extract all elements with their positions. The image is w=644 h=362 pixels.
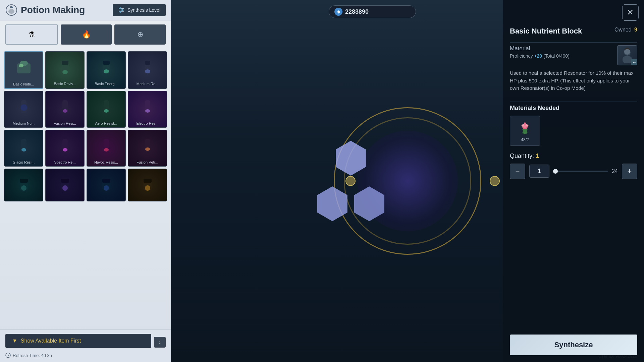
- svg-point-46: [104, 185, 109, 191]
- item-purple-1[interactable]: [45, 169, 85, 201]
- svg-point-40: [21, 185, 26, 191]
- quantity-increase-button[interactable]: +: [622, 164, 637, 179]
- refresh-time-label: Refresh Time: 4d 3h: [13, 353, 52, 358]
- svg-rect-39: [20, 179, 28, 183]
- nav-dot-left[interactable]: [345, 176, 356, 186]
- item-electro-res[interactable]: Electro Res...: [128, 91, 167, 128]
- item-glacio-resi-img: [9, 132, 39, 159]
- item-teal-1[interactable]: [4, 169, 43, 201]
- title-area: Potion Making: [5, 4, 85, 16]
- item-basic-revive-img: [50, 54, 80, 80]
- proficiency-total: (Total 0/400): [543, 53, 570, 59]
- item-medium-nu-img: [9, 93, 39, 120]
- clock-icon: [5, 353, 11, 358]
- item-basic-energy-img: [91, 54, 121, 80]
- item-fusion-petr[interactable]: Fusion Petr...: [128, 130, 167, 167]
- tab-flame[interactable]: 🔥: [61, 24, 112, 45]
- svg-rect-45: [102, 179, 110, 183]
- svg-point-23: [20, 104, 27, 111]
- char-arrow: ↩: [631, 59, 637, 65]
- svg-line-52: [8, 355, 9, 356]
- quantity-label-text: Quantity:: [510, 153, 534, 159]
- item-blue-1-img: [91, 171, 121, 198]
- proficiency-prefix: Proficiency: [510, 53, 533, 59]
- svg-point-9: [119, 11, 121, 13]
- item-glacio-resi[interactable]: Glacio Resi...: [4, 130, 43, 167]
- header: Potion Making Synthesis Level: [0, 0, 171, 20]
- quantity-slider[interactable]: [553, 171, 608, 172]
- owned-label: Owned: [614, 27, 632, 33]
- synthesis-level-button[interactable]: Synthesis Level: [113, 4, 166, 16]
- quantity-slider-thumb: [553, 169, 558, 174]
- svg-point-1: [8, 9, 14, 14]
- svg-point-25: [63, 109, 67, 113]
- synthesize-button[interactable]: Synthesize: [510, 335, 637, 355]
- material-section: Material Proficiency +20 (Total 0/400) ↩: [510, 45, 637, 65]
- char-portrait: ↩: [617, 45, 637, 65]
- item-blue-1[interactable]: [87, 169, 126, 201]
- nav-dot-right[interactable]: [490, 176, 500, 186]
- quantity-decrease-button[interactable]: −: [510, 164, 525, 179]
- chevron-down-icon: ▼: [12, 338, 17, 344]
- item-medium-re-label: Medium Re...: [130, 82, 165, 86]
- currency-bar: ◈ 2283890: [329, 5, 416, 18]
- material-item-1: 48/2: [510, 116, 540, 146]
- hex-bottom-left: [317, 186, 347, 221]
- item-basic-energy-label: Basic Energ...: [89, 82, 123, 86]
- item-havoc-resis[interactable]: Havoc Resis...: [87, 130, 126, 167]
- item-basic-revive[interactable]: Basic Reviv...: [45, 51, 85, 89]
- quantity-label: Quantity: 1: [510, 153, 637, 160]
- potion-icon: [5, 4, 17, 16]
- item-gold-1-img: [132, 171, 163, 198]
- svg-point-35: [104, 148, 109, 152]
- show-available-label: Show Available Item First: [21, 338, 81, 344]
- item-aero-resist[interactable]: Aero Resist...: [87, 91, 126, 128]
- item-basic-nutri[interactable]: Basic Nutri...: [4, 51, 43, 89]
- close-button[interactable]: ✕: [622, 4, 639, 21]
- detail-item-name: Basic Nutrient Block: [510, 27, 582, 36]
- svg-point-29: [145, 109, 150, 113]
- item-glacio-resi-label: Glacio Resi...: [6, 160, 41, 164]
- tab-target[interactable]: ⊕: [114, 24, 166, 45]
- item-medium-re[interactable]: Medium Re...: [128, 51, 167, 89]
- quantity-max: 24: [612, 168, 618, 174]
- tab-potion[interactable]: ⚗: [5, 24, 58, 45]
- svg-point-37: [145, 147, 150, 151]
- left-panel: Potion Making Synthesis Level ⚗ 🔥 ⊕: [0, 0, 171, 362]
- item-gold-1[interactable]: [128, 169, 167, 201]
- svg-rect-42: [61, 179, 69, 183]
- svg-point-27: [104, 109, 109, 113]
- description-text: Used to heal a selected Resonator for 10…: [510, 69, 637, 92]
- svg-rect-54: [623, 56, 632, 63]
- material-flower-icon: [517, 119, 533, 136]
- tab-flame-icon: 🔥: [82, 30, 91, 39]
- item-havoc-resis-label: Havoc Resis...: [89, 160, 123, 164]
- tab-target-icon: ⊕: [137, 30, 143, 39]
- sort-icon: ↕: [159, 340, 161, 345]
- material-label: Material: [510, 45, 613, 52]
- divider-1: [510, 42, 637, 43]
- svg-point-31: [21, 148, 26, 152]
- sort-button[interactable]: ↕: [154, 337, 166, 348]
- quantity-input[interactable]: [529, 165, 549, 178]
- item-basic-energy[interactable]: Basic Energ...: [87, 51, 126, 89]
- svg-point-15: [62, 70, 68, 74]
- svg-point-49: [145, 185, 150, 191]
- divider-2: [510, 102, 637, 102]
- owned-badge: Owned 9: [614, 27, 637, 33]
- materials-list: 48/2: [510, 116, 637, 146]
- svg-rect-17: [103, 61, 110, 65]
- bottom-bar: ▼ Show Available Item First ↕ Refresh Ti…: [0, 329, 171, 362]
- item-medium-nu[interactable]: Medium Nu...: [4, 91, 43, 128]
- synthesis-level-label: Synthesis Level: [127, 7, 160, 13]
- item-fusion-resi[interactable]: Fusion Resi...: [45, 91, 85, 128]
- show-available-button[interactable]: ▼ Show Available Item First: [5, 334, 151, 348]
- item-electro-res-label: Electro Res...: [130, 121, 165, 125]
- item-basic-revive-label: Basic Reviv...: [48, 82, 82, 86]
- item-fusion-resi-label: Fusion Resi...: [48, 121, 82, 125]
- svg-point-63: [524, 122, 526, 126]
- item-basic-nutri-img: [9, 54, 39, 81]
- hex-bottom-right: [354, 186, 384, 221]
- item-spectro-re[interactable]: Spectro Re...: [45, 130, 85, 167]
- page-title: Potion Making: [21, 5, 85, 15]
